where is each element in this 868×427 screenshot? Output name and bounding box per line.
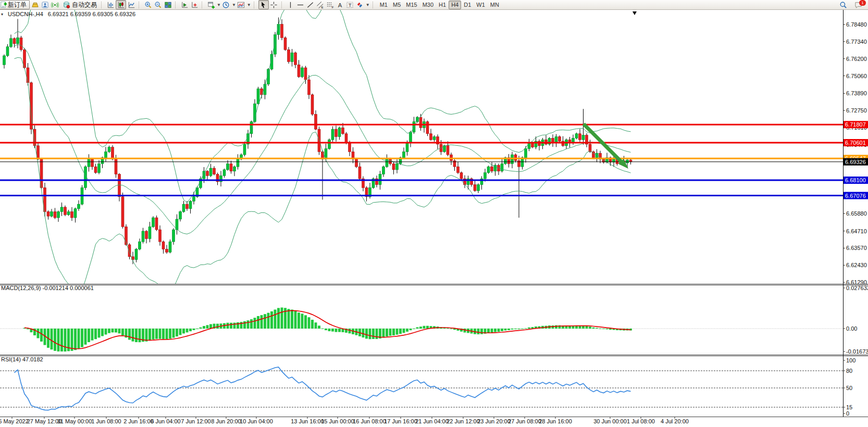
chat-button[interactable]: 1 <box>853 1 865 9</box>
candle-body <box>78 204 80 209</box>
candle-body <box>60 207 63 212</box>
price-tick-label: 6.75060 <box>846 73 867 79</box>
macd-histogram-bar <box>389 329 392 336</box>
macd-histogram-bar <box>98 329 101 337</box>
deposit-gold-icon[interactable] <box>30 1 40 9</box>
periods-clock-icon[interactable] <box>221 1 231 9</box>
line-chart-mode-icon[interactable] <box>127 1 136 9</box>
cursor-icon[interactable] <box>258 0 269 9</box>
time-tick-label: 30 Jun 00:00 <box>593 418 627 424</box>
macd-histogram-bar <box>447 328 449 329</box>
rsi-pane <box>0 367 843 410</box>
tf-button-M1[interactable]: M1 <box>377 1 390 9</box>
macd-histogram-bar <box>247 320 250 329</box>
step-forward-icon[interactable] <box>180 1 189 9</box>
bar-chart-mode-icon[interactable] <box>106 1 115 9</box>
autotrading-button[interactable]: 自动交易 <box>60 1 98 9</box>
tf-button-H1[interactable]: H1 <box>436 1 449 9</box>
tf-button-MN[interactable]: MN <box>488 1 502 9</box>
new-chart-caret-icon[interactable]: ▼ <box>217 3 221 7</box>
candle-body <box>182 204 185 211</box>
macd-histogram-bar <box>182 329 185 333</box>
candle-body <box>315 114 317 129</box>
macd-histogram-bar <box>328 329 331 331</box>
candle-body <box>413 122 415 132</box>
macd-histogram-bar <box>60 329 63 351</box>
new-chart-icon[interactable] <box>206 1 216 9</box>
macd-histogram-bar <box>250 319 253 329</box>
tf-button-H4[interactable]: H4 <box>449 1 461 9</box>
time-tick-label: 17 Jun 16:00 <box>384 418 417 424</box>
step-add-icon[interactable] <box>190 1 199 9</box>
macd-histogram-bar <box>338 329 341 332</box>
macd-histogram-bar <box>525 328 527 329</box>
macd-histogram-bar <box>413 329 415 329</box>
price-badge-label: 6.71807 <box>845 121 866 128</box>
candle-body <box>477 185 480 191</box>
macd-histogram-bar <box>501 329 503 331</box>
macd-histogram-bar <box>507 329 510 330</box>
profile-icon[interactable] <box>40 1 49 9</box>
candle-body <box>304 68 307 80</box>
macd-histogram-bar <box>172 329 175 338</box>
zoom-in-icon[interactable] <box>143 1 153 9</box>
vertical-line-tool-icon[interactable] <box>286 1 295 9</box>
rsi-indicator-label: RSI(14) 47.0182 <box>1 356 43 362</box>
indicators-caret-icon[interactable]: ▼ <box>247 3 251 7</box>
trendline-tool-icon[interactable] <box>306 1 315 9</box>
zoom-out-icon[interactable] <box>153 1 163 9</box>
periods-caret-icon[interactable]: ▼ <box>232 3 236 7</box>
candle-body <box>193 197 195 202</box>
tf-button-M30[interactable]: M30 <box>420 1 436 9</box>
candle-body <box>20 37 22 49</box>
oneclick-collapse-icon[interactable]: ▾ <box>1 12 3 17</box>
crosshair-icon[interactable] <box>269 1 279 9</box>
indicators-icon[interactable] <box>237 1 246 9</box>
toolbar-separator <box>254 2 256 8</box>
tile-windows-icon[interactable] <box>163 1 172 9</box>
macd-histogram-bar <box>372 329 375 339</box>
fibonacci-tool-icon[interactable]: F <box>326 1 335 9</box>
new-order-button[interactable]: 新订单 <box>0 0 30 9</box>
candlestick-mode-icon[interactable] <box>116 0 126 9</box>
ohlc-values: 6.69321 6.69359 6.69305 6.69326 <box>48 11 135 17</box>
macd-histogram-bar <box>477 329 480 334</box>
macd-histogram-bar <box>139 329 141 342</box>
arrows-caret-icon[interactable]: ▼ <box>366 3 370 7</box>
candle-body <box>237 159 239 167</box>
equidistant-channel-tool-icon[interactable]: E <box>316 1 325 9</box>
macd-histogram-bar <box>369 329 371 339</box>
text-tool-icon[interactable]: A <box>336 1 345 9</box>
tf-button-M5[interactable]: M5 <box>390 1 403 9</box>
time-tick-label: 31 May 00:00 <box>57 418 92 424</box>
signal-broadcast-icon[interactable] <box>50 1 59 9</box>
new-order-page-icon <box>0 1 8 9</box>
macd-histogram-bar <box>311 320 314 329</box>
macd-histogram-bar <box>365 329 368 338</box>
candle-body <box>6 47 9 56</box>
macd-indicator-label: MACD(12,26,9) -0.001214 0.000061 <box>1 285 94 291</box>
macd-histogram-bar <box>514 329 517 329</box>
tf-button-D1[interactable]: D1 <box>461 1 474 9</box>
macd-histogram-bar <box>399 329 402 334</box>
macd-histogram-bar <box>308 317 311 329</box>
autotrading-label: 自动交易 <box>72 1 97 9</box>
tf-button-M15[interactable]: M15 <box>403 1 419 9</box>
macd-tick-label: -0.016736 <box>846 348 868 355</box>
candle-body <box>10 39 13 47</box>
price-tick-label: 6.63570 <box>846 245 867 251</box>
chart-canvas[interactable]: 6.784806.773406.762006.750606.738906.727… <box>0 0 868 427</box>
arrows-tool-icon[interactable] <box>355 1 365 9</box>
text-label-tool-icon[interactable]: T <box>345 1 355 9</box>
timeframe-group: M1M5M15M30H1H4D1W1MN <box>377 1 502 9</box>
tf-button-W1[interactable]: W1 <box>474 1 488 9</box>
horizontal-line-tool-icon[interactable] <box>296 1 305 9</box>
macd-histogram-bar <box>297 312 300 329</box>
rsi-tick-label: 0 <box>846 410 849 417</box>
toolbar-separator <box>281 2 284 8</box>
candle-body <box>148 227 151 238</box>
price-tick-label: 6.76200 <box>846 56 867 62</box>
search-icon[interactable] <box>838 1 848 9</box>
candle-body <box>308 80 311 95</box>
candle-body <box>145 231 148 238</box>
